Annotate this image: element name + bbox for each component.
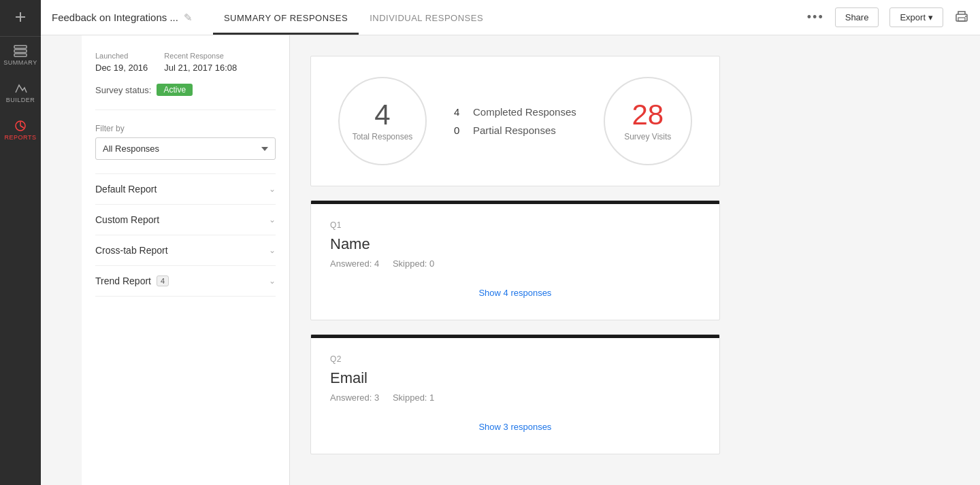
report-item-custom[interactable]: Custom Report ⌄ <box>95 205 276 235</box>
partial-count: 0 <box>454 124 468 136</box>
show-responses-q1[interactable]: Show 4 responses <box>330 282 700 303</box>
filter-section: Filter by All Responses Completed Only P… <box>95 124 276 160</box>
svg-rect-3 <box>14 50 27 52</box>
question-card-body-q1: Q1 Name Answered: 4 Skipped: 0 Show 4 re… <box>311 204 719 320</box>
main-content: 4 Total Responses 4 Completed Responses … <box>290 35 740 485</box>
tab-individual[interactable]: INDIVIDUAL RESPONSES <box>359 13 494 35</box>
sidebar-item-reports[interactable]: REPORTS <box>0 112 41 149</box>
topbar: Feedback on Integrations ... ✎ SUMMARY O… <box>41 0 980 35</box>
total-responses-number: 4 <box>374 101 390 129</box>
report-custom-label: Custom Report <box>95 214 159 225</box>
topbar-title-group: Feedback on Integrations ... ✎ <box>52 12 193 24</box>
stats-card: 4 Total Responses 4 Completed Responses … <box>310 56 720 186</box>
left-panel: Launched Dec 19, 2016 Recent Response Ju… <box>82 35 290 485</box>
report-trend-badge: 4 <box>157 275 169 286</box>
svg-rect-2 <box>14 46 27 48</box>
answered-q1: Answered: 4 <box>330 258 379 269</box>
question-title-q2: Email <box>330 369 700 387</box>
print-button[interactable] <box>954 10 969 26</box>
sidebar-item-label: REPORTS <box>5 134 37 141</box>
report-trend-label: Trend Report <box>95 275 151 286</box>
skipped-q1: Skipped: 0 <box>393 258 434 269</box>
report-list: Default Report ⌄ Custom Report ⌄ Cross-t… <box>95 173 276 297</box>
export-label: Export <box>900 12 926 22</box>
meta-row: Launched Dec 19, 2016 Recent Response Ju… <box>95 49 276 73</box>
sidebar-item-label: SUMMARY <box>3 59 37 66</box>
report-item-crosstab[interactable]: Cross-tab Report ⌄ <box>95 235 276 266</box>
launched-meta: Launched Dec 19, 2016 <box>95 49 148 73</box>
show-responses-q2[interactable]: Show 3 responses <box>330 416 700 437</box>
question-card-body-q2: Q2 Email Answered: 3 Skipped: 1 Show 3 r… <box>311 338 719 454</box>
report-item-trend[interactable]: Trend Report 4 ⌄ <box>95 266 276 297</box>
sidebar-add-button[interactable] <box>0 0 41 37</box>
export-chevron-icon: ▾ <box>928 12 933 22</box>
question-title-q1: Name <box>330 235 700 253</box>
question-label-q2: Q2 <box>330 354 700 364</box>
report-crosstab-label: Cross-tab Report <box>95 245 168 256</box>
sidebar-item-summary[interactable]: SUMMARY <box>0 37 41 74</box>
export-button[interactable]: Export ▾ <box>889 7 943 27</box>
recent-label: Recent Response <box>164 52 223 60</box>
visits-label: Survey Visits <box>624 132 671 141</box>
question-card-q2: Q2 Email Answered: 3 Skipped: 1 Show 3 r… <box>310 334 720 454</box>
topbar-actions: ••• Share Export ▾ <box>807 7 969 27</box>
skipped-q2: Skipped: 1 <box>393 392 434 403</box>
partial-stat: 0 Partial Responses <box>454 124 576 136</box>
report-default-label: Default Report <box>95 184 157 195</box>
recent-value: Jul 21, 2017 16:08 <box>164 63 237 73</box>
report-item-default[interactable]: Default Report ⌄ <box>95 174 276 205</box>
sidebar-item-label: BUILDER <box>6 97 35 103</box>
edit-title-icon[interactable]: ✎ <box>184 12 193 24</box>
status-row: Survey status: Active <box>95 84 276 110</box>
survey-visits-circle: 28 Survey Visits <box>604 77 692 165</box>
responses-stats: 4 Completed Responses 0 Partial Response… <box>454 106 576 136</box>
partial-label: Partial Responses <box>473 124 556 136</box>
total-responses-label: Total Responses <box>353 132 413 141</box>
launched-value: Dec 19, 2016 <box>95 63 148 73</box>
report-custom-chevron: ⌄ <box>269 215 276 224</box>
report-trend-chevron: ⌄ <box>269 276 276 286</box>
sidebar-item-builder[interactable]: BUILDER <box>0 74 41 112</box>
status-label: Survey status: <box>95 85 151 95</box>
question-meta-q1: Answered: 4 Skipped: 0 <box>330 258 700 269</box>
question-card-q1: Q1 Name Answered: 4 Skipped: 0 Show 4 re… <box>310 200 720 320</box>
visits-number: 28 <box>632 101 664 129</box>
tab-summary[interactable]: SUMMARY OF RESPONSES <box>213 13 359 35</box>
topbar-tabs: SUMMARY OF RESPONSES INDIVIDUAL RESPONSE… <box>213 0 494 35</box>
more-options-button[interactable]: ••• <box>807 10 824 24</box>
question-meta-q2: Answered: 3 Skipped: 1 <box>330 392 700 403</box>
survey-title: Feedback on Integrations ... <box>52 12 178 23</box>
filter-select[interactable]: All Responses Completed Only Partial Onl… <box>95 137 276 160</box>
filter-label: Filter by <box>95 124 276 133</box>
question-label-q1: Q1 <box>330 220 700 230</box>
svg-rect-4 <box>14 54 27 56</box>
launched-label: Launched <box>95 52 128 60</box>
svg-point-8 <box>965 16 966 17</box>
completed-label: Completed Responses <box>473 106 576 118</box>
total-responses-circle: 4 Total Responses <box>338 77 427 165</box>
completed-count: 4 <box>454 106 468 118</box>
sidebar: SUMMARY BUILDER REPORTS <box>0 0 41 485</box>
completed-stat: 4 Completed Responses <box>454 106 576 118</box>
report-default-chevron: ⌄ <box>269 184 276 194</box>
recent-response-meta: Recent Response Jul 21, 2017 16:08 <box>164 49 237 73</box>
status-badge: Active <box>157 84 193 96</box>
answered-q2: Answered: 3 <box>330 392 379 403</box>
share-button[interactable]: Share <box>835 7 879 27</box>
report-crosstab-chevron: ⌄ <box>269 246 276 255</box>
